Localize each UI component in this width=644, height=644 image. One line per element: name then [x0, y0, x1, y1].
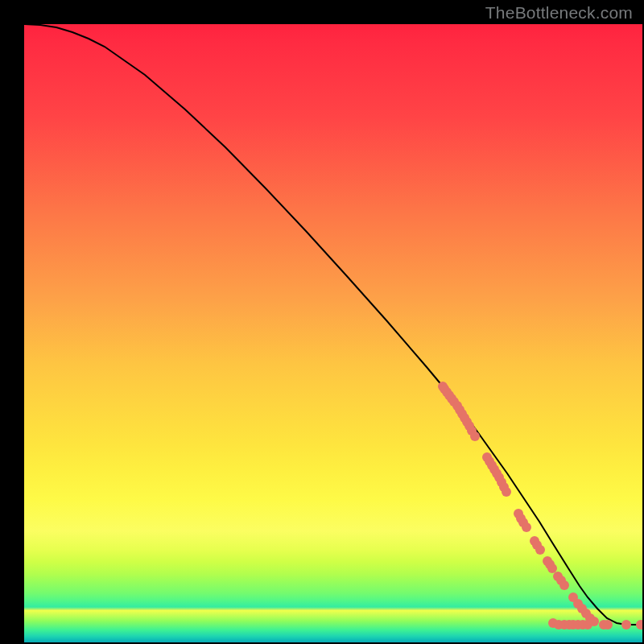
data-point — [502, 487, 511, 497]
data-point — [603, 620, 613, 630]
chart-container: TheBottleneck.com — [0, 0, 644, 644]
data-point — [547, 564, 557, 573]
data-point — [535, 545, 545, 555]
watermark-label: TheBottleneck.com — [485, 3, 633, 23]
bottleneck-curve — [24, 24, 642, 625]
data-point — [621, 620, 631, 630]
data-point — [470, 431, 480, 441]
data-markers — [438, 382, 642, 630]
data-point — [636, 620, 642, 630]
data-point — [583, 620, 592, 630]
chart-area — [24, 24, 642, 642]
curve-overlay — [24, 24, 642, 642]
data-point — [559, 580, 569, 590]
data-point — [522, 522, 531, 532]
